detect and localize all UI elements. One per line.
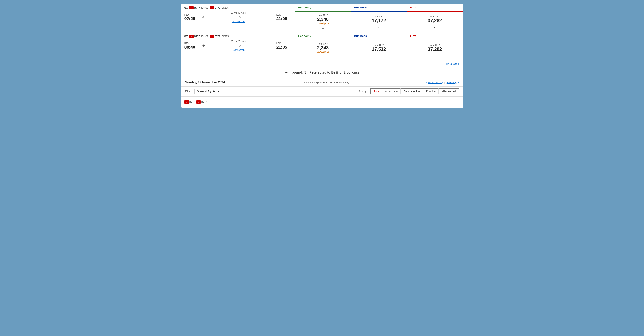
first-header-1: First <box>407 4 462 12</box>
first-from-1: from CNY <box>430 15 440 18</box>
economy-lowest-2: Lowest price <box>316 50 329 53</box>
destination-2: LED 21:05 <box>276 42 292 50</box>
business-header-2: Business <box>351 32 407 40</box>
sort-departure-button[interactable]: Departure time <box>400 88 423 94</box>
economy-price-1: 2,348 <box>317 16 329 22</box>
sort-miles-button[interactable]: Miles earned <box>438 88 458 94</box>
times-note: All times displayed are local for each c… <box>231 81 423 84</box>
svg-text:EK: EK <box>211 8 212 9</box>
bottom-airline-code-1: B777 <box>190 101 195 103</box>
economy-col-2: Economy from CNY 2,348 Lowest price ⌄ <box>295 32 351 61</box>
bottom-first-col <box>407 96 462 104</box>
bottom-airline-code-2: B777 <box>202 101 207 103</box>
flight-number-2b: EK175 <box>222 35 228 38</box>
economy-header-1: Economy <box>295 4 351 12</box>
flight-code-1b: B777 <box>215 6 220 9</box>
filter-select[interactable]: Show all flights <box>194 89 220 94</box>
sort-duration-button[interactable]: Duration <box>423 88 438 94</box>
economy-expand-1[interactable]: ⌄ <box>322 26 324 30</box>
emirates-logo-2b: EK <box>210 35 214 38</box>
economy-expand-2[interactable]: ⌄ <box>322 55 324 58</box>
economy-from-2: from CNY <box>318 42 328 45</box>
emirates-logo-1b: EK <box>210 6 214 10</box>
separator: | <box>444 81 445 84</box>
flight-code-2a: B777 <box>194 35 200 38</box>
right-chevron-icon: › <box>458 81 459 84</box>
bottom-preview-row: EK B777 EK B777 <box>182 96 463 108</box>
origin-code-1: PEK <box>184 13 200 16</box>
plane-icon-2: ✈ <box>202 44 205 48</box>
inbound-label: Inbound <box>288 70 302 74</box>
airline-badge-1a: EK B777 <box>189 6 200 10</box>
business-col-1: Business from CNY 17,172 ⌄ <box>351 4 407 32</box>
sort-arrival-button[interactable]: Arrival time <box>382 88 400 94</box>
flight-info-1: 01 EK B777 EK309 EK B777 <box>182 4 295 32</box>
business-col-2: Business from CNY 17,532 ⌄ <box>351 32 407 61</box>
back-to-top-row: Back to top <box>182 61 463 67</box>
flight-index-1: 01 <box>184 6 188 10</box>
flight-row-2: 02 EK B777 EK307 EK B777 EK175 <box>182 32 463 61</box>
bottom-emirates-logo-2: EK <box>196 100 201 104</box>
date-label: Sunday, 17 November 2024 <box>185 80 228 84</box>
flight-number-1a: EK309 <box>201 6 208 9</box>
duration-2: 25 hrs 25 mins <box>230 40 246 43</box>
left-chevron-icon: ‹ <box>426 81 427 84</box>
airline-badge-1b: EK B777 <box>210 6 220 10</box>
first-expand-1[interactable]: ⌄ <box>434 25 436 28</box>
fare-columns-1: Economy from CNY 2,348 Lowest price ⌄ Bu… <box>295 4 463 32</box>
emirates-logo-1a: EK <box>189 6 194 10</box>
dest-code-2: LED <box>276 42 292 45</box>
emirates-logo-2a: EK <box>189 35 194 38</box>
bottom-flight-info: EK B777 EK B777 <box>182 96 295 108</box>
destination-1: LED 21:05 <box>276 13 292 21</box>
flight-number-2a: EK307 <box>201 35 208 38</box>
business-price-2: 17,532 <box>372 46 386 52</box>
flight-path-1: 18 hrs 40 mins ✈ 1 connection <box>202 12 274 23</box>
filter-sort-row: Filter: Show all flights Sort by: Price … <box>182 86 463 96</box>
first-header-2: First <box>407 32 462 40</box>
origin-time-1: 07:25 <box>184 16 200 21</box>
economy-header-2: Economy <box>295 32 351 40</box>
bottom-economy-col <box>295 96 351 104</box>
business-body-2: from CNY 17,532 ⌄ <box>351 40 407 61</box>
first-price-2: 37,282 <box>428 46 442 52</box>
next-day-link[interactable]: Next day <box>446 81 456 84</box>
economy-from-1: from CNY <box>318 14 328 16</box>
first-expand-2[interactable]: ⌄ <box>434 54 436 57</box>
filter-label: Filter: <box>185 90 192 93</box>
bottom-business-col <box>351 96 407 104</box>
sort-price-button[interactable]: Price <box>370 88 382 94</box>
dest-code-1: LED <box>276 13 292 16</box>
duration-1: 18 hrs 40 mins <box>230 12 246 14</box>
economy-body-1: from CNY 2,348 Lowest price ⌄ <box>295 12 351 32</box>
connection-link-1[interactable]: 1 connection <box>232 20 244 23</box>
day-nav: ‹ Previous day | Next day › <box>426 81 459 84</box>
bottom-airline-badge-2: EK B777 <box>196 100 207 104</box>
flight-info-2: 02 EK B777 EK307 EK B777 EK175 <box>182 32 295 61</box>
flight-code-2b: B777 <box>215 35 220 38</box>
bottom-emirates-logo-1: EK <box>184 100 189 104</box>
main-container: 01 EK B777 EK309 EK B777 <box>182 4 463 108</box>
svg-text:EK: EK <box>191 36 192 37</box>
connection-link-2[interactable]: 1 connection <box>232 48 244 51</box>
sort-label: Sort by: <box>358 90 367 93</box>
origin-code-2: PEK <box>184 42 200 45</box>
flight-row-1: 01 EK B777 EK309 EK B777 <box>182 4 463 32</box>
economy-lowest-1: Lowest price <box>316 22 329 25</box>
origin-2: PEK 00:40 <box>184 42 200 50</box>
origin-1: PEK 07:25 <box>184 13 200 21</box>
first-col-2: First from CNY 37,282 ⌄ <box>407 32 462 61</box>
bottom-fare-columns <box>295 96 463 108</box>
business-price-1: 17,172 <box>372 18 386 23</box>
first-body-2: from CNY 37,282 ⌄ <box>407 40 462 61</box>
first-body-1: from CNY 37,282 ⌄ <box>407 12 462 32</box>
first-col-1: First from CNY 37,282 ⌄ <box>407 4 462 32</box>
back-to-top-link[interactable]: Back to top <box>446 62 459 65</box>
business-expand-2[interactable]: ⌄ <box>378 54 380 57</box>
dest-time-1: 21:05 <box>276 16 292 21</box>
business-expand-1[interactable]: ⌄ <box>378 25 380 28</box>
svg-text:EK: EK <box>191 8 192 9</box>
plane-icon-1: ✈ <box>202 15 205 19</box>
dest-time-2: 21:05 <box>276 45 292 50</box>
previous-day-link[interactable]: Previous day <box>428 81 443 84</box>
